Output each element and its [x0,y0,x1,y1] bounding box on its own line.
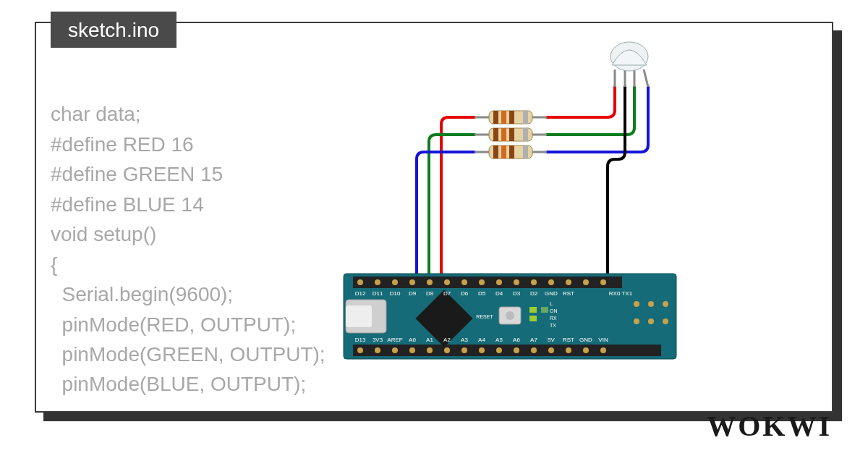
file-tab[interactable]: sketch.ino [51,12,176,48]
code-editor[interactable]: char data; #define RED 16 #define GREEN … [51,69,326,400]
wokwi-logo: WOKWI [707,409,832,443]
code-line: #define RED 16 [51,133,194,156]
code-line: pinMode(BLUE, OUTPUT); [51,373,306,395]
logo-text: WOKWI [707,410,832,442]
code-line: pinMode(RED, OUTPUT); [51,313,296,336]
code-line: pinMode(GREEN, OUTPUT); [51,343,326,366]
code-line: void setup() [51,223,156,245]
code-line: Serial.begin(9600); [51,283,233,305]
code-line: #define GREEN 15 [51,163,223,185]
file-tab-label: sketch.ino [68,19,159,41]
code-line: { [51,253,57,276]
code-line: char data; [51,103,141,125]
code-line: #define BLUE 14 [51,193,204,216]
